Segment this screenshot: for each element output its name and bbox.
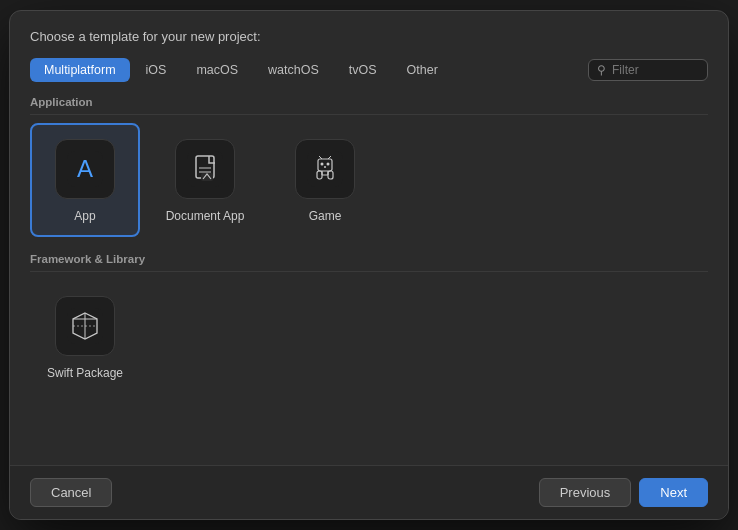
app-icon: A	[67, 151, 103, 187]
template-swift-package[interactable]: Swift Package	[30, 280, 140, 394]
dialog-footer: Cancel Previous Next	[10, 465, 728, 519]
dialog-title-text: Choose a template for your new project:	[30, 29, 261, 44]
template-document-app-label: Document App	[166, 209, 245, 225]
section-framework-header: Framework & Library	[30, 253, 708, 272]
template-document-app[interactable]: Document App	[150, 123, 260, 237]
section-framework-divider: Framework & Library	[30, 253, 708, 272]
filter-box: ⚲	[588, 59, 708, 81]
app-icon-container: A	[55, 139, 115, 199]
template-game-label: Game	[309, 209, 342, 225]
cancel-button[interactable]: Cancel	[30, 478, 112, 507]
tab-other[interactable]: Other	[393, 58, 452, 82]
template-content-area: Application A App	[10, 82, 728, 465]
filter-icon: ⚲	[597, 63, 606, 77]
template-swift-package-label: Swift Package	[47, 366, 123, 382]
svg-rect-7	[307, 151, 343, 187]
svg-text:A: A	[77, 155, 93, 182]
new-project-dialog: Choose a template for your new project: …	[9, 10, 729, 520]
package-icon-container	[55, 296, 115, 356]
tab-watchos[interactable]: watchOS	[254, 58, 333, 82]
platform-tab-bar: Multiplatform iOS macOS watchOS tvOS Oth…	[10, 54, 728, 82]
nav-button-group: Previous Next	[539, 478, 708, 507]
next-button[interactable]: Next	[639, 478, 708, 507]
package-icon	[67, 308, 103, 344]
game-icon	[307, 151, 343, 187]
tab-multiplatform[interactable]: Multiplatform	[30, 58, 130, 82]
game-icon-container	[295, 139, 355, 199]
previous-button[interactable]: Previous	[539, 478, 632, 507]
section-application-header: Application	[30, 96, 708, 115]
dialog-title: Choose a template for your new project:	[10, 11, 728, 54]
svg-point-10	[327, 163, 330, 166]
tab-macos[interactable]: macOS	[182, 58, 252, 82]
svg-point-9	[321, 163, 324, 166]
template-app[interactable]: A App	[30, 123, 140, 237]
template-game[interactable]: Game	[270, 123, 380, 237]
filter-input[interactable]	[612, 63, 692, 77]
framework-template-grid: Swift Package	[30, 280, 708, 394]
document-icon	[187, 151, 223, 187]
application-template-grid: A App	[30, 123, 708, 237]
tab-ios[interactable]: iOS	[132, 58, 181, 82]
document-icon-container	[175, 139, 235, 199]
template-app-label: App	[74, 209, 95, 225]
tab-tvos[interactable]: tvOS	[335, 58, 391, 82]
